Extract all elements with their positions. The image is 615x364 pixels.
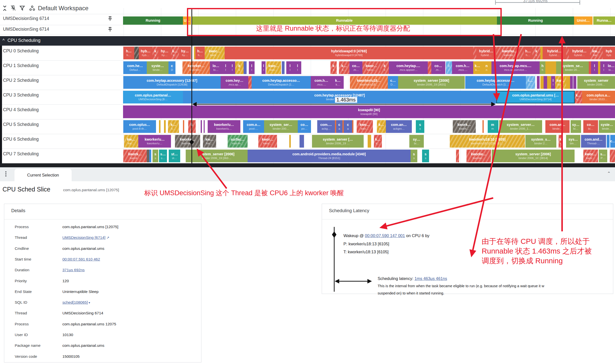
sched-slice[interactable] [537,76,540,89]
sched-slice[interactable]: surfac…mali-m… [228,135,248,148]
sched-slice[interactable]: kworke…kworke… [466,150,491,162]
sched-slice[interactable]: com.h….mcs.… [311,76,332,89]
workspace-title[interactable]: Default Workspace [38,5,88,12]
pin-icon[interactable] [107,16,113,22]
sched-slice[interactable] [282,61,285,74]
sched-slice[interactable]: kk [235,61,244,74]
sched-slice[interactable]: s…s… [159,150,167,162]
sched-slice[interactable]: com.heytap.accesso…DefaultDispatch [1… [252,76,311,89]
sched-slice[interactable]: kw…kw… [555,76,566,89]
sched-slice[interactable]: com.h….mcs.… [452,61,473,74]
sched-slice[interactable]: kwork…kwork… [123,150,147,162]
collapse-chevron-icon[interactable]: ^ [2,38,4,43]
sched-slice[interactable]: co…po… [298,120,311,133]
latency-value-link[interactable]: 1ms 463μs 461ns [415,276,447,281]
thread-state-slice[interactable]: Running [123,16,183,25]
track-label[interactable]: UMSDecisionSing 6714 [3,27,49,32]
external-link-icon[interactable]: ↗ [105,236,109,240]
sched-slice[interactable]: system_se…binder:20… [556,61,589,74]
sched-slice[interactable]: ca [336,120,342,133]
sched-slice[interactable]: ss [416,120,424,133]
sched-slice[interactable]: k…k… [171,47,179,59]
sched-slice[interactable] [300,135,304,148]
wakeup-timestamp-link[interactable]: 00:00:07.590 147 001 [365,233,405,238]
sched-slice[interactable]: kwor…kwor… [205,47,225,59]
sched-slice[interactable] [164,120,166,133]
sched-slice[interactable]: kworke…kworke… [175,135,200,148]
sched-slice[interactable] [473,47,476,59]
sched-slice[interactable] [201,120,202,133]
track-label[interactable]: CPU 4 Scheduling [3,107,39,112]
sched-slice[interactable]: ll [229,61,235,74]
track-label[interactable]: CPU 2 Scheduling [3,78,39,83]
sched-slice[interactable]: kwor…kwor… [583,150,598,162]
sched-slice[interactable]: kwo…kwo… [266,61,281,74]
sched-slice[interactable]: ca [344,120,352,133]
sched-slice[interactable] [183,120,184,133]
horizontal-scrollbar[interactable] [0,163,615,167]
sched-slice[interactable]: system_server […binder:2006_19 … [312,135,364,148]
sched-slice[interactable]: nn [482,61,491,74]
sched-slice[interactable]: kworker/u18…kworker/u18… [350,76,388,89]
sched-slice[interactable]: k…k… [374,135,382,148]
sched-slice[interactable]: hyb…hyb… [139,47,153,59]
tab-current-selection[interactable]: Current Selection [14,169,72,181]
sched-slice[interactable]: com.android.providers.media.module [4340… [248,150,411,162]
sched-slice[interactable] [352,120,353,133]
sched-slice[interactable]: cD [168,61,175,74]
sched-slice[interactable] [428,61,431,74]
workspaces-icon[interactable] [29,5,35,11]
sched-slice[interactable]: syste…binde… [599,120,615,133]
sched-slice[interactable] [540,47,543,59]
sched-slice[interactable]: st…st… [169,150,180,162]
sched-slice[interactable] [482,120,484,133]
sched-slice[interactable]: kw…kw… [124,135,138,148]
sched-slice[interactable] [573,76,576,89]
track-label[interactable]: CPU 1 Scheduling [3,63,39,68]
sched-slice[interactable]: ll [286,61,294,74]
sched-slice[interactable]: lo…lo… [607,61,615,74]
track-label[interactable]: CPU 0 Scheduling [3,48,39,54]
sched-slice[interactable]: kw…kw… [203,135,216,148]
sched-slice[interactable]: system_serverbinder:2006… [577,76,615,89]
sched-slice[interactable] [589,61,591,74]
sched-slice[interactable]: k…k… [377,120,386,133]
thread-state-slice[interactable]: Unint… [574,16,593,25]
sched-slice[interactable]: co….m… [349,61,362,74]
sched-slice[interactable]: sy…bi… [409,135,424,148]
sched-slice[interactable]: kwor…kwor… [362,61,380,74]
sched-slice[interactable]: com.he…Defaul… [123,61,147,74]
details-value-link[interactable]: UMSDecisionSing [6714] [62,235,105,240]
sched-slice[interactable]: com.heytap.mcs.…mcs.appservice… [491,61,540,74]
sched-slice[interactable] [159,120,160,133]
pin-icon[interactable] [107,26,113,32]
sched-slice[interactable]: k…k… [332,76,344,89]
thread-state-slice[interactable]: Runna… [593,16,615,25]
sched-slice[interactable]: k…k… [168,120,179,133]
sched-slice[interactable] [607,135,610,148]
sched-slice[interactable]: hh [540,61,545,74]
sched-slice[interactable] [547,76,551,89]
filter-icon[interactable] [19,5,25,11]
sched-slice[interactable]: kw…kw… [590,47,603,59]
details-value-link[interactable]: sched[108065] [62,300,88,304]
sched-slice[interactable]: ii [446,61,452,74]
sched-slice[interactable] [456,150,459,162]
sched-slice[interactable]: s…P… [599,150,607,162]
sched-slice[interactable] [134,47,139,59]
sched-slice[interactable]: kwo…kwo… [357,120,373,133]
sched-slice[interactable] [248,76,252,89]
sched-slice[interactable]: com.o…pool-… [243,120,264,133]
track-group-cpu-scheduling[interactable]: ^ CPU Scheduling [0,36,615,46]
sched-slice[interactable]: system_server [2006]binder:2006_19 [363… [186,150,248,162]
sched-slice[interactable]: com.heytap.….mcs.appser… [389,61,428,74]
sched-slice[interactable]: com.heytap.accessory [12487]DefaultDispa… [123,76,221,89]
sched-slice[interactable]: kwork…kwork… [453,120,476,133]
sched-slice[interactable]: com.…ackg… [317,120,335,133]
collapse-icon[interactable] [1,5,8,11]
sched-slice[interactable]: kworker/u…kworker/u… [138,135,171,148]
sched-slice[interactable]: hybrid…hybrid… [543,47,566,59]
dropdown-caret-icon[interactable]: ▾ [88,301,90,304]
track-label[interactable]: UMSDecisionSing 6714 [3,16,49,21]
sched-slice[interactable] [147,150,149,162]
